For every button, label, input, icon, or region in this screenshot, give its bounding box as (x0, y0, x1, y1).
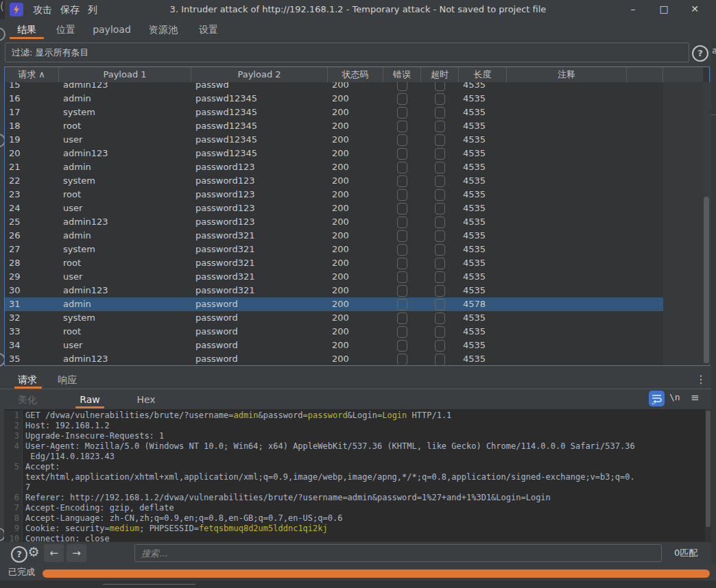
error-checkbox (397, 285, 407, 297)
column-header[interactable] (627, 67, 663, 82)
menu-save[interactable]: 保存 (56, 0, 84, 19)
tab-hex[interactable]: Hex (134, 391, 158, 407)
table-cell (507, 339, 627, 352)
table-cell: 4535 (459, 311, 507, 325)
table-cell (507, 311, 627, 325)
table-row[interactable]: 19userpasswd123452004535 (5, 133, 663, 147)
table-cell: 4535 (459, 106, 507, 119)
table-cell: password (191, 339, 328, 352)
table-row[interactable]: 31adminpassword2004578 (5, 297, 663, 311)
line-number: 4 (4, 441, 23, 452)
table-row[interactable]: 33rootpassword2004535 (5, 325, 663, 339)
table-row[interactable]: 35admin123password2004535 (5, 352, 663, 365)
timeout-checkbox-cell (421, 352, 459, 365)
timeout-checkbox-cell (421, 92, 459, 106)
table-cell: user (59, 339, 191, 352)
request-line: 5Accept: (4, 462, 711, 472)
timeout-checkbox-cell (421, 325, 459, 339)
search-next-button[interactable]: → (67, 544, 86, 562)
table-cell: 15 (5, 82, 59, 92)
minimize-button[interactable]: – (623, 0, 643, 19)
tab-results[interactable]: 结果 (10, 19, 44, 38)
table-cell: passwd12345 (191, 92, 328, 106)
table-row[interactable]: 27systempassword3212004535 (5, 243, 663, 256)
timeout-checkbox-cell (421, 119, 459, 133)
tab-positions[interactable]: 位置 (51, 19, 81, 38)
timeout-checkbox (435, 258, 445, 269)
column-header[interactable]: Payload 1 (59, 67, 191, 82)
line-number: 1 (4, 411, 23, 421)
request-line: 10Connection: close (4, 534, 711, 541)
menu-attack[interactable]: 攻击 (29, 0, 56, 19)
table-row[interactable]: 20admin123passwd123452004535 (5, 147, 663, 160)
column-header[interactable]: 错误 (383, 67, 421, 82)
table-row[interactable]: 30admin123password3212004535 (5, 284, 663, 297)
request-line: 2Host: 192.168.1.2 (4, 421, 711, 431)
menu-columns[interactable]: 列 (84, 0, 102, 19)
request-line-text: Edg/114.0.1823.43 (23, 452, 115, 462)
show-newlines-toggle[interactable]: \n (669, 392, 680, 402)
column-header[interactable]: 长度 (459, 67, 507, 82)
tab-request[interactable]: 请求 (12, 370, 43, 387)
request-line-text: GET /dvwa/vulnerabilities/brute/?usernam… (23, 411, 451, 421)
table-row[interactable]: 24userpassword1232004535 (5, 201, 663, 215)
tab-resource-pool[interactable]: 资源池 (144, 19, 182, 38)
table-cell (507, 270, 627, 284)
attack-progress-bar (43, 569, 710, 578)
search-help-icon[interactable]: ? (11, 546, 27, 563)
table-row[interactable]: 17systempasswd123452004535 (5, 106, 663, 119)
timeout-checkbox-cell (421, 174, 459, 188)
table-row[interactable]: 25admin123password1232004535 (5, 215, 663, 229)
table-cell: 4535 (459, 243, 507, 256)
table-scrollbar[interactable] (703, 82, 710, 365)
editor-settings-icon[interactable]: ≡ (691, 391, 700, 404)
filter-bar[interactable] (5, 42, 689, 62)
table-cell: 18 (5, 119, 59, 133)
table-row[interactable]: 34userpassword2004535 (5, 339, 663, 352)
close-button[interactable]: ✕ (684, 0, 705, 19)
table-row[interactable]: 28rootpassword3212004535 (5, 256, 663, 270)
table-cell (627, 325, 663, 339)
search-input[interactable] (134, 544, 662, 562)
table-row[interactable]: 21adminpassword1232004535 (5, 160, 663, 174)
column-header[interactable]: 注释 (507, 67, 627, 82)
table-scrollbar-thumb[interactable] (704, 197, 709, 363)
tab-payload[interactable]: payload (92, 19, 132, 38)
column-header[interactable]: Payload 2 (191, 67, 328, 82)
timeout-checkbox (435, 189, 445, 201)
request-line: Edg/114.0.1823.43 (4, 452, 711, 462)
table-row[interactable]: 26adminpassword3212004535 (5, 229, 663, 243)
tab-raw[interactable]: Raw (77, 391, 103, 407)
table-cell: 27 (5, 243, 59, 256)
line-number: 9 (4, 524, 23, 534)
table-cell (627, 229, 663, 243)
tab-settings[interactable]: 设置 (193, 19, 224, 38)
timeout-checkbox (435, 162, 445, 173)
timeout-checkbox (435, 93, 445, 105)
table-row[interactable]: 18rootpasswd123452004535 (5, 119, 663, 133)
table-row[interactable]: 22systempassword1232004535 (5, 174, 663, 188)
column-header[interactable]: 超时 (421, 67, 459, 82)
detail-menu-icon[interactable]: ⋮ (695, 372, 705, 387)
table-row[interactable]: 16adminpasswd123452004535 (5, 92, 663, 106)
maximize-button[interactable]: □ (654, 0, 674, 19)
table-row[interactable]: 15admin123passwd2004535 (5, 82, 663, 92)
timeout-checkbox (435, 230, 445, 242)
word-wrap-toggle-icon[interactable] (649, 391, 665, 406)
column-header[interactable]: 请求 ∧ (5, 67, 59, 82)
column-header[interactable]: 状态码 (328, 67, 383, 82)
table-row[interactable]: 23rootpassword1232004535 (5, 188, 663, 201)
table-cell: 4535 (459, 188, 507, 201)
request-editor[interactable]: 1GET /dvwa/vulnerabilities/brute/?userna… (4, 409, 711, 541)
tab-response[interactable]: 响应 (52, 370, 82, 387)
search-previous-button[interactable]: ← (44, 544, 64, 562)
timeout-checkbox (435, 326, 445, 338)
search-settings-gear-icon[interactable]: ⚙ (26, 544, 41, 559)
results-table-header: 请求 ∧Payload 1Payload 2状态码错误超时长度注释 (5, 67, 703, 82)
table-row[interactable]: 32systempassword2004535 (5, 311, 663, 325)
timeout-checkbox (435, 175, 445, 187)
table-cell: admin123 (59, 215, 191, 229)
filter-help-icon[interactable]: ? (692, 45, 708, 62)
table-row[interactable]: 29userpassword3212004535 (5, 270, 663, 284)
table-cell: 200 (328, 256, 383, 270)
